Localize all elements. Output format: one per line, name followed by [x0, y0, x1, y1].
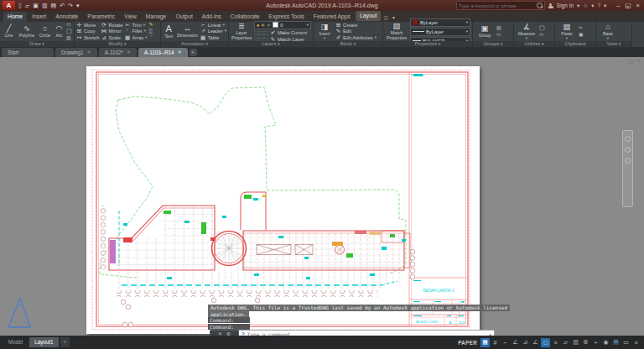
- osnap-tracking-toggle[interactable]: ∠: [531, 338, 540, 347]
- line-button[interactable]: ╱ Line: [2, 24, 16, 39]
- tab-featured-apps[interactable]: Featured Apps: [309, 12, 355, 22]
- undo-icon[interactable]: ↶: [60, 2, 65, 9]
- ungroup-icon[interactable]: ▨: [496, 25, 501, 31]
- make-current-button[interactable]: ⬚⬚⬚ ✔ Make Current: [254, 30, 311, 36]
- close-icon[interactable]: ×: [636, 2, 640, 9]
- table-button[interactable]: ▦ Table: [200, 35, 226, 41]
- command-input[interactable]: [247, 331, 487, 336]
- help-icon[interactable]: ?: [597, 3, 600, 8]
- ribbon-display-icon[interactable]: ◫: [382, 14, 390, 22]
- paste-button[interactable]: ▤ Paste ▾: [557, 23, 577, 41]
- mirror-button[interactable]: ⋈ Mirror: [101, 29, 122, 34]
- panel-label-annotation[interactable]: Annotation ▾: [161, 41, 228, 47]
- annotation-scale-icon[interactable]: +: [591, 338, 600, 347]
- restore-icon[interactable]: ◱: [626, 2, 631, 9]
- circle-button[interactable]: ○ Circle: [38, 24, 52, 39]
- autodesk-app-store-icon[interactable]: ☆: [583, 3, 588, 9]
- file-tab-start[interactable]: Start: [2, 48, 54, 57]
- panel-label-view[interactable]: View ▾: [596, 41, 631, 47]
- panel-label-modify[interactable]: Modify ▾: [75, 41, 160, 47]
- command-customize-icon[interactable]: ⚙: [226, 331, 231, 336]
- isolate-objects-icon[interactable]: ▤: [611, 338, 621, 347]
- tab-annotate[interactable]: Annotate: [51, 12, 82, 22]
- file-tab-a1102[interactable]: A-1102* ✕: [99, 48, 137, 57]
- minimize-icon[interactable]: –: [616, 2, 620, 9]
- copy-clip-icon[interactable]: ▣: [579, 32, 584, 38]
- command-input-field[interactable]: > ▴: [239, 330, 495, 336]
- close-tab-icon[interactable]: ✕: [127, 48, 131, 57]
- ortho-mode-toggle[interactable]: ⌐: [501, 338, 510, 347]
- ellipse-tool-icon[interactable]: ◯: [66, 29, 72, 34]
- plot-icon[interactable]: ▤: [51, 2, 57, 9]
- quick-select-icon[interactable]: ◯: [539, 25, 545, 31]
- tab-manage[interactable]: Manage: [142, 12, 171, 22]
- edit-attributes-button[interactable]: ✐ Edit Attributes ▾: [335, 35, 377, 41]
- polyline-button[interactable]: ∿ Polyline: [18, 24, 36, 39]
- paper-space-toggle[interactable]: PAPER: [458, 340, 477, 346]
- stretch-button[interactable]: ↦ Stretch: [76, 35, 99, 41]
- panel-label-utilities[interactable]: Utilities ▾: [514, 41, 554, 47]
- scale-button[interactable]: ⊿ Scale: [101, 35, 122, 41]
- arc-button[interactable]: ◠ Arc: [54, 24, 65, 39]
- workspace-switching-icon[interactable]: ⚙: [581, 338, 590, 347]
- command-history-caret-icon[interactable]: ▴: [489, 331, 491, 336]
- lineweight-dropdown[interactable]: ByLayer ▾: [410, 28, 470, 36]
- group-button[interactable]: ▣ Group: [475, 24, 495, 39]
- array-button[interactable]: ▦ Array ▾: [124, 35, 147, 41]
- command-bar[interactable]: ✕ ⚙ > ▴: [210, 330, 495, 336]
- hatch-tool-icon[interactable]: ▨: [66, 35, 72, 41]
- layer-tools-icons-1[interactable]: ⬚⬚⬚: [254, 30, 268, 36]
- save-icon[interactable]: ▣: [33, 2, 39, 9]
- store-caret-icon[interactable]: ▾: [591, 3, 594, 9]
- pan-icon[interactable]: [625, 147, 631, 153]
- help-caret-icon[interactable]: ▾: [604, 3, 606, 9]
- open-icon[interactable]: ▱: [25, 2, 29, 9]
- panel-label-groups[interactable]: Groups ▾: [473, 41, 513, 47]
- insert-button[interactable]: ◨ Insert ▾: [315, 23, 334, 41]
- layout-paper[interactable]: DENAH LANTAI 1 AS BUILT DWG A 1103: [86, 66, 480, 334]
- annotation-visibility-icon[interactable]: ◉: [601, 338, 610, 347]
- layer-properties-button[interactable]: ≣ Layer Properties: [231, 22, 252, 40]
- tab-view[interactable]: View: [120, 12, 141, 22]
- redo-icon[interactable]: ↷: [68, 2, 73, 9]
- panel-label-layers[interactable]: Layers ▾: [229, 41, 313, 47]
- search-input[interactable]: [459, 3, 537, 8]
- panel-label-block[interactable]: Block ▾: [314, 41, 382, 47]
- group-edit-icon[interactable]: ▭: [496, 32, 501, 38]
- snap-mode-toggle[interactable]: #: [491, 338, 500, 347]
- grid-display-toggle[interactable]: ▦: [480, 338, 490, 347]
- new-layout-button[interactable]: +: [60, 337, 70, 347]
- tab-parametric[interactable]: Parametric: [83, 12, 119, 22]
- measure-button[interactable]: ∡ Measure ▾: [516, 23, 538, 41]
- model-tab[interactable]: Model: [3, 337, 28, 347]
- doc-restore-icon[interactable]: ◱: [628, 58, 633, 65]
- layout1-tab[interactable]: Layout1: [29, 337, 58, 347]
- help-search-box[interactable]: [456, 1, 545, 10]
- file-tab-a1103-active[interactable]: A-1103--R14 ✕: [138, 48, 188, 57]
- file-tab-drawing1[interactable]: Drawing1 ✕: [55, 48, 97, 57]
- rectangle-tool-icon[interactable]: ▭: [66, 22, 72, 28]
- erase-tool-icon[interactable]: ✎: [149, 22, 154, 28]
- clean-screen-icon[interactable]: ▭: [621, 338, 631, 347]
- save-as-icon[interactable]: ▥: [42, 2, 48, 9]
- base-button[interactable]: ⌂ Base ▾: [598, 23, 618, 41]
- cut-icon[interactable]: ✂: [579, 25, 584, 31]
- qat-dropdown-icon[interactable]: ▾: [76, 2, 80, 9]
- close-tab-icon[interactable]: ✕: [178, 48, 182, 57]
- new-drawing-tab-button[interactable]: +: [190, 49, 197, 56]
- doc-minimize-icon[interactable]: –: [621, 58, 624, 65]
- tab-insert[interactable]: Insert: [28, 12, 50, 22]
- dimension-button[interactable]: ↔ Dimension: [176, 24, 199, 39]
- signin-caret-icon[interactable]: ▾: [577, 3, 579, 9]
- object-color-dropdown[interactable]: ByLayer ▾: [410, 18, 470, 27]
- steering-wheel-icon[interactable]: [625, 136, 631, 142]
- lineweight-toggle[interactable]: ≡: [551, 338, 560, 347]
- search-icon[interactable]: [537, 3, 543, 8]
- panel-label-clipboard[interactable]: Clipboard: [555, 41, 595, 47]
- join-tool-icon[interactable]: ⌒: [149, 35, 154, 41]
- panel-label-properties[interactable]: Properties ▾: [383, 41, 472, 47]
- copy-button[interactable]: ⊞ Copy: [76, 29, 99, 34]
- leader-button[interactable]: ↗ Leader ▾: [200, 29, 226, 34]
- match-properties-button[interactable]: ▧ Match Properties: [385, 22, 408, 40]
- doc-close-icon[interactable]: ×: [637, 58, 641, 65]
